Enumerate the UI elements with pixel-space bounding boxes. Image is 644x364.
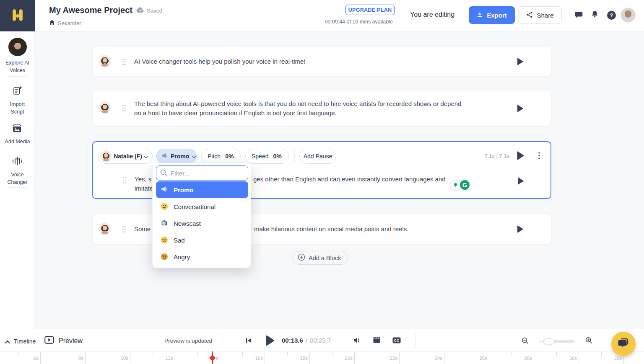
sidebar-divider <box>8 76 27 77</box>
style-filter-field[interactable] <box>156 165 248 181</box>
pitch-value: 0% <box>225 153 234 160</box>
voice-avatar[interactable] <box>99 55 111 67</box>
pitch-control-pill[interactable]: Pitch 0% <box>201 149 241 164</box>
share-button[interactable]: Share <box>518 6 562 24</box>
dropdown-option-label: Newscast <box>174 220 201 227</box>
dropdown-option-label: Angry <box>174 253 190 261</box>
ruler-major-tick <box>579 352 579 364</box>
sidebar-item-add-media[interactable]: Add Media <box>0 124 35 145</box>
drag-handle-icon[interactable] <box>122 105 126 114</box>
dropdown-option-promo[interactable]: Promo <box>156 181 248 198</box>
help-icon-glyph: ? <box>607 11 616 20</box>
dropdown-option-label: Conversational <box>174 203 216 210</box>
preview-tab[interactable]: Preview <box>44 336 83 346</box>
voice-select-pill[interactable]: Natalie (F) <box>98 149 153 164</box>
block-text[interactable]: The best thing about AI-powered voice to… <box>134 99 465 118</box>
block-text-fragment[interactable]: make hilarious content on social media p… <box>254 225 409 234</box>
time-separator: / <box>306 337 307 344</box>
style-select-label: Promo <box>171 153 189 160</box>
sidebar-divider-2 <box>8 187 27 188</box>
block-play-button[interactable] <box>517 177 524 186</box>
block-text-fragment[interactable]: Some <box>134 225 151 234</box>
timeline-toggle[interactable]: Timeline <box>5 338 36 345</box>
sad-face-icon <box>161 237 168 243</box>
block-text-fragment[interactable]: imitate <box>135 184 153 193</box>
ruler-major-tick <box>85 352 86 364</box>
block-menu-kebab-icon[interactable] <box>538 152 540 161</box>
ruler-label: 12s <box>157 356 173 361</box>
sidebar-item-import-script[interactable]: Import Script <box>0 86 35 116</box>
timeline-zoom-slider-handle[interactable] <box>543 338 554 344</box>
voice-avatar[interactable] <box>99 101 111 114</box>
timeline-zoom-slider[interactable] <box>539 340 574 343</box>
timeline-toggle-label: Timeline <box>14 338 36 345</box>
ruler-minor-tick <box>197 352 198 356</box>
volume-icon[interactable] <box>353 337 361 346</box>
sidebar-item-voice-changer[interactable]: Voice Changer <box>0 156 35 186</box>
speed-control-pill[interactable]: Speed 0% <box>245 149 289 164</box>
timeline-ruler[interactable]: 6s8s10s12s14s16s18s20s22s24s26s28s30s32s <box>0 351 644 364</box>
user-avatar[interactable] <box>621 8 636 23</box>
upgrade-plan-button[interactable]: UPGRADE PLAN <box>345 5 395 15</box>
footer-divider <box>223 333 223 348</box>
voice-avatar[interactable] <box>99 222 111 235</box>
notifications-bell-icon[interactable] <box>591 10 598 18</box>
block-play-button[interactable] <box>517 58 523 67</box>
skip-to-start-icon[interactable] <box>245 337 252 346</box>
sidebar-item-label: Add Media <box>3 138 32 145</box>
murf-logo[interactable] <box>0 0 35 31</box>
ruler-major-tick <box>354 352 355 364</box>
ruler-major-tick <box>399 352 400 364</box>
ruler-minor-tick <box>601 352 602 356</box>
block-play-button[interactable] <box>517 105 523 114</box>
style-filter-input[interactable] <box>156 165 248 181</box>
ruler-major-tick <box>175 352 175 364</box>
script-block-2[interactable]: The best thing about AI-powered voice to… <box>92 90 551 126</box>
dropdown-option-sad[interactable]: Sad <box>156 232 248 248</box>
murf-logo-icon <box>8 6 27 26</box>
dropdown-option-newscast[interactable]: Newscast <box>156 215 248 232</box>
ruler-minor-tick <box>467 352 467 356</box>
add-block-button[interactable]: Add a Block <box>292 251 348 265</box>
pitch-label: Pitch <box>208 153 221 160</box>
zoom-in-icon[interactable] <box>585 337 592 346</box>
sidebar-item-label: Import Script <box>5 101 30 116</box>
voice-name-label: Natalie (F) <box>114 153 142 160</box>
playback-play-button[interactable] <box>265 335 275 348</box>
breadcrumb-label: Sekander <box>58 20 81 26</box>
add-pause-button[interactable]: Add Pause <box>299 149 336 164</box>
breadcrumb[interactable]: Sekander <box>49 20 81 26</box>
timeline-playhead[interactable] <box>212 351 213 364</box>
toolbar-divider <box>294 150 295 162</box>
speed-value: 0% <box>273 153 281 160</box>
help-icon[interactable]: ? <box>607 11 616 20</box>
ruler-label: 16s <box>247 356 263 361</box>
block-play-button[interactable] <box>517 151 524 162</box>
block-text-fragment[interactable]: ges other than English and can even inst… <box>253 175 446 184</box>
script-block-1[interactable]: AI Voice changer tools help you polish y… <box>92 46 551 77</box>
sidebar-item-label: Voice Changer <box>3 171 32 186</box>
dropdown-option-conversational[interactable]: Conversational <box>156 198 248 215</box>
feedback-chat-icon[interactable] <box>575 11 583 18</box>
drag-handle-icon[interactable] <box>122 58 126 67</box>
megaphone-icon <box>161 186 168 194</box>
support-chat-button[interactable] <box>611 332 636 356</box>
header-divider <box>402 8 402 23</box>
captions-cc-icon[interactable]: CC <box>392 337 401 345</box>
dropdown-option-angry[interactable]: Angry <box>156 248 248 265</box>
drag-handle-icon[interactable] <box>122 177 127 186</box>
page-title[interactable]: My Awesome Project <box>49 5 132 15</box>
ruler-label: 28s <box>516 356 532 361</box>
scenes-film-icon[interactable] <box>373 336 381 345</box>
block-text[interactable]: AI Voice changer tools help you polish y… <box>134 57 306 66</box>
style-select-pill[interactable]: Promo <box>156 149 197 164</box>
grammarly-icon[interactable]: G <box>459 179 470 191</box>
block-play-button[interactable] <box>517 225 523 235</box>
ruler-label: 18s <box>292 356 308 361</box>
drag-handle-icon[interactable] <box>122 226 126 235</box>
export-button[interactable]: Export <box>469 6 515 24</box>
preview-tab-label: Preview <box>59 337 83 345</box>
add-pause-label: Add Pause <box>304 153 332 160</box>
sidebar-item-explore-ai-voices[interactable]: Explore AI Voices <box>0 38 35 74</box>
zoom-out-icon[interactable] <box>522 337 529 346</box>
